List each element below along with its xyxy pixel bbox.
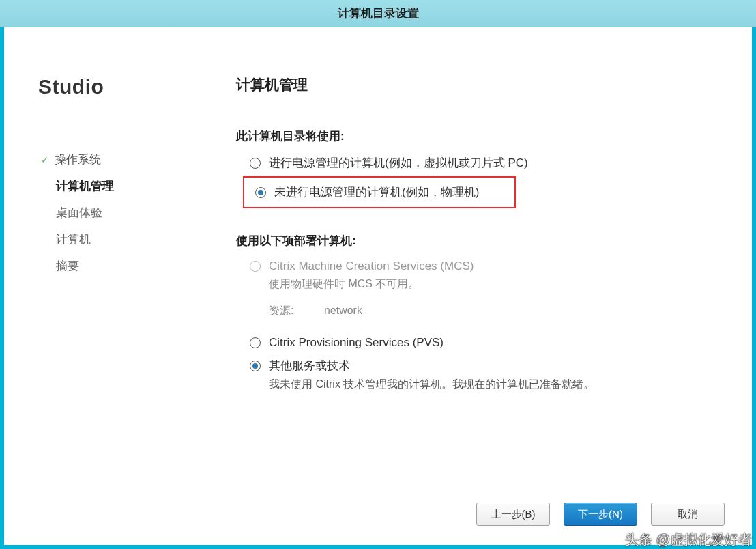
- other-tech-note: 我未使用 Citrix 技术管理我的计算机。我现在的计算机已准备就绪。: [236, 378, 718, 392]
- nav-item-machine-mgmt[interactable]: 计算机管理: [41, 173, 188, 199]
- cancel-button[interactable]: 取消: [651, 503, 725, 526]
- main-panel: 计算机管理 此计算机目录将使用: 进行电源管理的计算机(例如，虚拟机或刀片式 P…: [188, 27, 752, 545]
- resource-label: 资源:: [269, 305, 293, 316]
- nav-item-desktop-exp[interactable]: 桌面体验: [41, 199, 188, 226]
- radio-icon: [255, 187, 266, 198]
- radio-label: 进行电源管理的计算机(例如，虚拟机或刀片式 PC): [269, 155, 528, 171]
- radio-label: Citrix Provisioning Services (PVS): [269, 336, 444, 350]
- radio-power-managed[interactable]: 进行电源管理的计算机(例如，虚拟机或刀片式 PC): [236, 151, 718, 175]
- button-row: 上一步(B) 下一步(N) 取消: [476, 503, 725, 526]
- radio-icon: [250, 337, 261, 348]
- back-button[interactable]: 上一步(B): [476, 503, 550, 526]
- nav-item-summary[interactable]: 摘要: [41, 253, 188, 279]
- client-area: Studio 操作系统 计算机管理 桌面体验 计算机 摘要 计算机管理 此计算机…: [4, 27, 752, 545]
- nav-item-os[interactable]: 操作系统: [41, 146, 188, 173]
- section-label-catalog-use: 此计算机目录将使用:: [236, 128, 718, 144]
- app-brand: Studio: [38, 75, 188, 98]
- radio-icon: [250, 361, 261, 371]
- window-title: 计算机目录设置: [0, 0, 756, 27]
- highlight-box: 未进行电源管理的计算机(例如，物理机): [243, 176, 516, 208]
- watermark: 头条 @虚拟化爱好者: [625, 531, 752, 549]
- page-title: 计算机管理: [236, 75, 718, 94]
- radio-not-power-managed[interactable]: 未进行电源管理的计算机(例如，物理机): [248, 180, 510, 204]
- section-label-deploy: 使用以下项部署计算机:: [236, 233, 718, 249]
- radio-other-tech[interactable]: 其他服务或技术: [236, 354, 718, 378]
- nav-item-machines[interactable]: 计算机: [41, 226, 188, 253]
- radio-pvs[interactable]: Citrix Provisioning Services (PVS): [236, 332, 718, 354]
- radio-icon: [250, 261, 261, 272]
- next-button[interactable]: 下一步(N): [564, 503, 637, 526]
- resource-row: 资源: network: [236, 296, 718, 332]
- sidebar: Studio 操作系统 计算机管理 桌面体验 计算机 摘要: [4, 27, 188, 545]
- mcs-disabled-note: 使用物理硬件时 MCS 不可用。: [236, 277, 718, 292]
- radio-mcs: Citrix Machine Creation Services (MCS): [236, 255, 718, 277]
- resource-value: network: [324, 305, 362, 316]
- radio-label: 其他服务或技术: [269, 358, 350, 374]
- radio-label: Citrix Machine Creation Services (MCS): [269, 259, 474, 273]
- radio-label: 未进行电源管理的计算机(例如，物理机): [274, 184, 479, 200]
- radio-icon: [250, 158, 261, 169]
